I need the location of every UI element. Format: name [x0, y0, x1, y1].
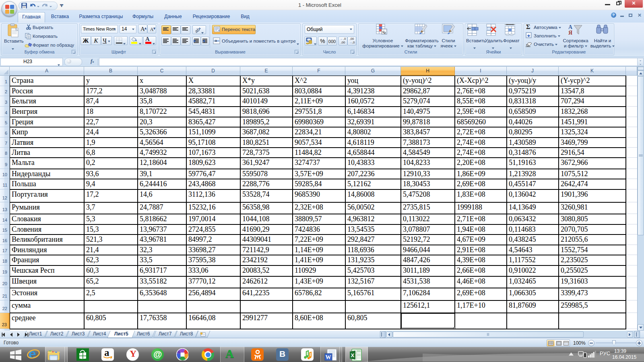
svg-text:Я: Я — [568, 30, 572, 36]
svg-text:А: А — [568, 24, 573, 30]
svg-text:≥: ≥ — [384, 31, 386, 35]
svg-text:W: W — [326, 354, 331, 360]
svg-text:a: a — [215, 39, 217, 43]
svg-text:X: X — [351, 352, 355, 358]
